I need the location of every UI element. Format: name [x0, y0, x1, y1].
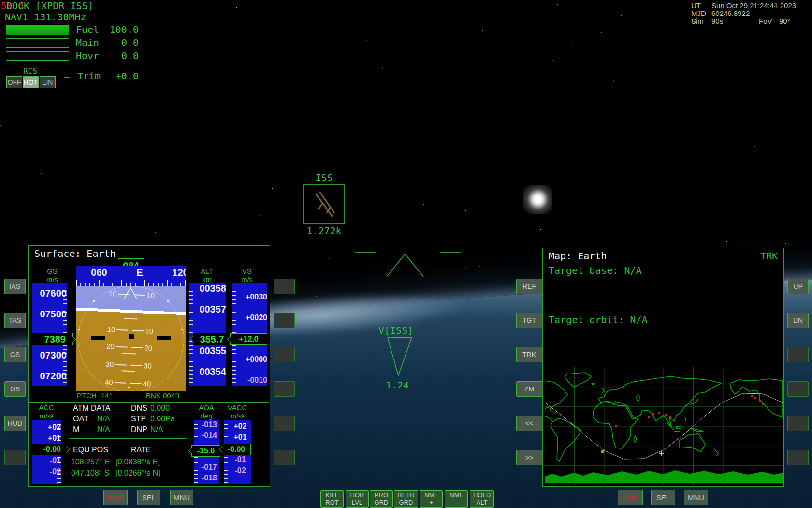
rcs-rot-button[interactable]: ROT [23, 76, 39, 88]
tape-value: +02 [224, 422, 251, 431]
mfd-select-button[interactable]: SEL [137, 490, 160, 505]
vs-column-label: VSm/s [233, 267, 261, 284]
tape-value: +01 [32, 434, 61, 443]
surface-mfd-title: Surface: Earth [34, 248, 116, 259]
acc-label: ACCm/s² [32, 403, 61, 420]
map-grid [545, 367, 783, 485]
oat-label: OAT [73, 415, 88, 423]
rcs-header: RCS [23, 66, 37, 76]
trim-gauge[interactable] [64, 67, 70, 88]
mfd-menu-button[interactable]: MNU [684, 490, 708, 505]
orbiter-screen: 58.4 DOCK [XPDR ISS] NAV1 131.30MHz Fuel… [0, 0, 812, 508]
target-name: ISS [306, 172, 342, 183]
altitude-readout: 355.7 [193, 333, 231, 345]
velocity-value: 1.24 [386, 380, 409, 390]
map-button-up[interactable]: UP [787, 279, 809, 294]
tape-value: -02 [224, 466, 251, 475]
mfd-button-hud[interactable]: HUD [4, 416, 26, 431]
vacc-label: VACCm/s² [224, 403, 251, 420]
map-button-zm[interactable]: ZM [516, 381, 542, 397]
mfd-button-blank[interactable] [274, 313, 295, 328]
fuel-gauge-bar [6, 25, 69, 35]
map-button-next[interactable]: >> [516, 450, 542, 465]
normal-minus-button[interactable]: NML- [445, 490, 468, 508]
hold-alt-button[interactable]: HOLDALT [470, 490, 494, 508]
mfd-button-blank[interactable] [274, 450, 295, 465]
compass-mark: 060 [90, 267, 108, 278]
mfd-select-button[interactable]: SEL [651, 490, 675, 505]
compass-mark: E [134, 267, 145, 278]
equ-pos-title: EQU POS [73, 446, 108, 454]
equ-lon-value: 108.257° E [71, 458, 109, 466]
mfd-button-os[interactable]: OS [4, 381, 26, 397]
world-map [545, 367, 783, 485]
dnp-label: DNP [131, 425, 147, 434]
dns-label: DNS [131, 404, 147, 413]
mfd-button-blank[interactable] [4, 450, 26, 465]
mfd-button-blank[interactable] [274, 279, 295, 294]
rate-lon-value: [0.0838°/s E] [116, 458, 160, 466]
tape-value: +02 [32, 423, 61, 432]
tape-value: -01 [32, 456, 61, 465]
map-button-trk[interactable]: TRK [516, 347, 542, 362]
fuel-label: Fuel [76, 24, 99, 35]
adi-wing-right [157, 336, 171, 340]
dns-value: 0.000 [150, 404, 170, 413]
mfd-button-gs[interactable]: GS [4, 347, 26, 362]
stp-value: 0.00Pa [150, 415, 175, 423]
tape-value: +0030 [232, 293, 267, 301]
mfd-button-blank[interactable] [274, 347, 295, 362]
mfd-button-blank[interactable] [787, 347, 809, 362]
surface-mfd: Surface: Earth 084 060 E 120 GSm/s ALTkm… [28, 245, 270, 487]
fuel-value: 100.0 [102, 24, 139, 35]
hover-gauge-bar [6, 51, 69, 61]
killrot-button[interactable]: KILLROT [320, 490, 344, 508]
sim-speed-label: Sim [691, 17, 704, 25]
sim-speed-value: 90s [711, 17, 723, 25]
tape-value: +0020 [232, 314, 267, 322]
hover-value: 0.0 [102, 50, 139, 61]
map-button-tgt[interactable]: TGT [516, 313, 542, 328]
mfd-button-blank[interactable] [274, 416, 295, 431]
normal-plus-button[interactable]: NML+ [420, 490, 443, 508]
gs-column-label: GSm/s [38, 267, 66, 284]
compass-tape: 060 E 120 [76, 266, 186, 287]
rate-title: RATE [131, 446, 151, 454]
prograde-button[interactable]: PROGRD [370, 490, 393, 508]
tape-value: -01 [224, 455, 251, 464]
mfd-button-ias[interactable]: IAS [4, 279, 26, 294]
target-orbit-readout: Target orbit: N/A [549, 314, 648, 326]
retrograde-button[interactable]: RETRGRD [394, 490, 418, 508]
mfd-power-button[interactable]: PWR [618, 490, 643, 505]
velocity-marker-label: V[ISS] [378, 325, 413, 336]
horizon-level-button[interactable]: HORLVL [346, 490, 369, 508]
target-distance: 1.272k [306, 225, 342, 236]
mfd-button-blank[interactable] [787, 381, 809, 397]
mfd-button-blank[interactable] [787, 416, 809, 431]
tape-value: 00354 [189, 367, 226, 376]
tape-value: +01 [224, 433, 251, 442]
mfd-power-button[interactable]: PWR [103, 490, 128, 505]
sun-glare [523, 185, 552, 214]
hud-nav-line: NAV1 131.30MHz [5, 12, 87, 22]
rcs-lin-button[interactable]: LIN [40, 76, 56, 88]
rate-lat-value: [0.0266°/s N] [116, 469, 160, 478]
tape-value: 00358 [189, 284, 226, 293]
target-base-readout: Target base: N/A [549, 265, 642, 276]
tape-value: 07500 [32, 309, 67, 319]
dnp-value: N/A [150, 425, 163, 434]
mjd-value: 60246.8922 [711, 9, 750, 17]
ut-label: UT [691, 1, 701, 10]
main-gauge-bar [6, 38, 69, 48]
map-button-ref[interactable]: REF [516, 279, 542, 294]
map-button-prev[interactable]: << [516, 416, 542, 431]
hover-label: Hovr [76, 50, 99, 61]
main-label: Main [76, 37, 99, 48]
map-button-dn[interactable]: DN [787, 313, 809, 328]
mfd-button-blank[interactable] [274, 381, 295, 397]
mfd-button-blank[interactable] [787, 450, 809, 465]
tape-value: 07200 [32, 371, 67, 381]
rcs-off-button[interactable]: OFF [6, 76, 22, 88]
mfd-menu-button[interactable]: MNU [170, 490, 193, 505]
mfd-button-tas[interactable]: TAS [4, 313, 26, 328]
